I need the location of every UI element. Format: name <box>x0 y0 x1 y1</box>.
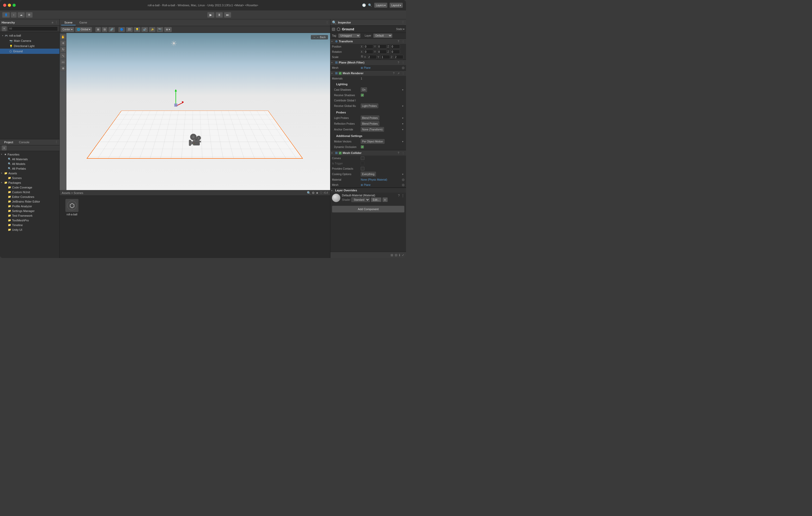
anchor-override-select[interactable]: None (Transform) <box>361 127 384 132</box>
snap-button[interactable]: 🔗 <box>108 27 115 32</box>
reflection-probes-select[interactable]: Blend Probes <box>361 121 379 126</box>
lighting-button[interactable]: 💡 <box>134 27 141 32</box>
2d-button[interactable]: 2D <box>126 27 133 32</box>
history-icon[interactable]: 🕐 <box>362 3 366 7</box>
proj-assets-item[interactable]: ▾ 📁 Assets <box>0 171 59 176</box>
add-component-button[interactable]: Add Component <box>332 206 404 213</box>
cloud-button[interactable]: ☁ <box>18 12 25 18</box>
pos-y-input[interactable] <box>377 44 387 49</box>
layer-icon[interactable]: ⊞ <box>390 253 393 257</box>
mesh-renderer-header[interactable]: ▾ ⊞ ✓ Mesh Renderer ? ↗ ⋮ <box>330 70 406 76</box>
hand-tool[interactable]: ✋ <box>60 34 66 40</box>
proj-all-materials[interactable]: 🔍 All Materials <box>0 157 59 161</box>
add-hierarchy-button[interactable]: + <box>2 26 7 31</box>
proj-settings-manager[interactable]: 📁 Settings Manager <box>0 209 59 213</box>
global-dropdown[interactable]: 🌐 Global ▾ <box>75 27 92 32</box>
rot-x-input[interactable] <box>364 50 373 54</box>
proj-textmeshpro[interactable]: 📁 TextMeshPro <box>0 218 59 223</box>
light-probes-select[interactable]: Blend Probes <box>361 116 379 120</box>
cast-shadows-select[interactable]: On <box>361 87 367 92</box>
project-menu-icon[interactable]: ⋮ <box>55 140 58 144</box>
shader-edit-button[interactable]: Edit... <box>371 198 381 202</box>
step-button[interactable]: ⏭ <box>224 12 231 18</box>
minimize-button[interactable] <box>8 4 11 7</box>
scene-viewport[interactable]: ✋ ✛ ↻ ⤡ ▭ ⊕ 🎥 <box>60 33 330 190</box>
mesh-filter-header[interactable]: ▾ ⊞ Plane (Mesh Filter) ? ⋮ <box>330 60 406 65</box>
proj-test-framework[interactable]: 📁 Test Framework <box>0 213 59 218</box>
collider-mesh-picker[interactable]: ◎ <box>402 183 404 187</box>
layout-button[interactable]: Layout ▾ <box>389 3 403 8</box>
add-asset-button[interactable]: + <box>2 145 7 151</box>
pos-z-input[interactable] <box>390 44 400 49</box>
collab-button[interactable]: ↕ <box>11 12 17 18</box>
hier-root-item[interactable]: ▾ 🎮 roll-a-ball <box>0 33 59 38</box>
object-name[interactable]: Ground <box>342 27 395 31</box>
scale-x-input[interactable] <box>367 55 377 59</box>
proj-scenes-item[interactable]: 📁 Scenes <box>0 176 59 180</box>
hier-camera-item[interactable]: 📷 Main Camera <box>0 38 59 43</box>
rect-tool[interactable]: ▭ <box>60 59 66 65</box>
cooking-options-select[interactable]: Everything <box>361 172 376 177</box>
layout-view-button[interactable]: ⊟ <box>102 27 108 32</box>
tab-scene[interactable]: Scene <box>61 20 76 25</box>
scale-z-input[interactable] <box>394 55 403 59</box>
hierarchy-dots-icon[interactable]: ⋮ <box>55 21 58 24</box>
transform-more-icon[interactable]: ⋮ <box>401 39 405 43</box>
proj-custom-nunit[interactable]: 📁 Custom NUnit <box>0 190 59 194</box>
dynamic-occlusion-checkbox[interactable]: ✓ <box>361 145 364 149</box>
grid-view-button[interactable]: ⊞ <box>95 27 101 32</box>
check-circle-icon[interactable]: ✓ <box>402 253 404 257</box>
fx-button[interactable]: ✨ <box>149 27 156 32</box>
gizmos-button[interactable]: ⊕ ▾ <box>164 27 172 32</box>
info-icon[interactable]: ℹ <box>399 253 400 257</box>
maximize-button[interactable] <box>12 4 16 7</box>
tag-select[interactable]: Untagged <box>338 33 360 38</box>
static-dropdown-arrow[interactable]: ▾ <box>403 28 404 31</box>
play-button[interactable]: ▶ <box>207 12 214 18</box>
layer-select[interactable]: Default <box>373 33 393 38</box>
project-favorite-icon[interactable]: ♡ <box>320 191 323 195</box>
hier-light-item[interactable]: 💡 Directional Light <box>0 43 59 49</box>
convex-checkbox[interactable] <box>361 156 365 160</box>
mesh-collider-more[interactable]: ⋮ <box>401 151 405 155</box>
project-options-icon[interactable]: ⚙ <box>312 191 315 195</box>
project-bookmark-icon[interactable]: ★ <box>316 191 319 195</box>
hierarchy-menu-icon[interactable]: ≡ <box>52 21 53 24</box>
scene-menu-icon[interactable]: ⋮ <box>326 21 328 24</box>
settings-button[interactable]: ⚙ <box>26 12 33 18</box>
pos-x-input[interactable] <box>364 44 373 49</box>
proj-profile-analyzer[interactable]: 📁 Profile Analyzer <box>0 204 59 209</box>
hier-ground-item[interactable]: ⬡ Ground <box>0 49 59 54</box>
proj-timeline[interactable]: 📁 Timeline <box>0 223 59 227</box>
traffic-lights[interactable] <box>3 4 16 7</box>
hierarchy-search-input[interactable] <box>8 26 58 31</box>
pause-button[interactable]: ⏸ <box>215 12 223 18</box>
object-enabled-checkbox[interactable] <box>332 28 335 31</box>
account-button[interactable]: 👤 <box>2 12 10 18</box>
audio-button[interactable]: 🔊 <box>141 27 148 32</box>
motion-vectors-select[interactable]: Per Object Motion <box>361 139 384 144</box>
mesh-renderer-more[interactable]: ⋮ <box>401 71 405 75</box>
rot-y-input[interactable] <box>377 50 387 54</box>
close-button[interactable] <box>3 4 6 7</box>
asset-rollaball[interactable]: ⬡ roll-a-ball <box>63 199 81 216</box>
shader-select[interactable]: Standard <box>351 198 370 202</box>
mesh-picker-icon[interactable]: ◎ <box>402 66 404 69</box>
transform-tool[interactable]: ⊕ <box>60 65 66 71</box>
inspector-menu-icon[interactable]: ⋮ <box>402 21 404 24</box>
mesh-filter-more[interactable]: ⋮ <box>401 61 405 64</box>
proj-all-models[interactable]: 🔍 All Models <box>0 161 59 166</box>
project-search-icon-right[interactable]: 🔍 <box>307 191 311 195</box>
mesh-collider-header[interactable]: ▾ ⊞ ✓ Mesh Collider ? ⋮ <box>330 150 406 155</box>
tree-icon[interactable]: ⊟ <box>395 253 397 257</box>
proj-all-prefabs[interactable]: 🔍 All Prefabs <box>0 166 59 171</box>
material-help-icon[interactable]: ? <box>398 194 400 198</box>
proj-favorites-item[interactable]: ▾ ★ Favorites <box>0 152 59 157</box>
mesh-renderer-link[interactable]: ↗ <box>397 71 400 75</box>
mesh-collider-check[interactable]: ✓ <box>339 152 342 154</box>
move-tool[interactable]: ✛ <box>60 40 66 46</box>
scene-cam-button[interactable]: 📷 <box>156 27 163 32</box>
tab-project[interactable]: Project <box>2 140 16 144</box>
rotate-tool[interactable]: ↻ <box>60 47 66 52</box>
proj-packages-item[interactable]: ▾ 📁 Packages <box>0 180 59 185</box>
